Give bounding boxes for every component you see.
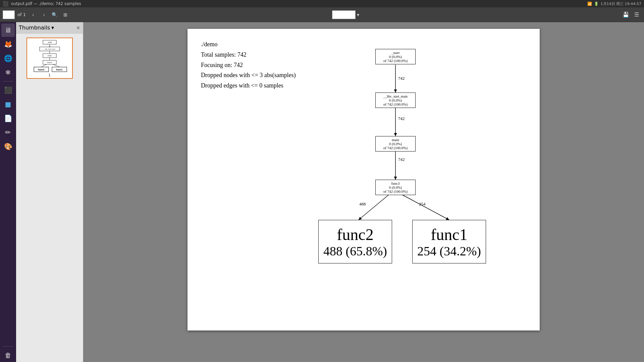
dock-rednotebook-icon[interactable]: 📄 (1, 112, 15, 125)
sidebar-title: Thumbnails (19, 24, 50, 31)
edge-label-4-left: 488 (359, 201, 366, 207)
node-start: _start 0 (0.0%) of 742 (100.0%) (375, 49, 416, 64)
menu-button[interactable]: ☰ (632, 10, 641, 19)
svg-line-21 (402, 195, 449, 220)
node-start-line2: of 742 (100.0%) (383, 59, 408, 63)
node-libc-line1: 0 (0.0%) (389, 98, 402, 102)
sidebar-header: Thumbnails ▾ ✕ (16, 22, 83, 34)
svg-text:func2: func2 (38, 68, 44, 71)
flowchart: _start 0 (0.0%) of 742 (100.0%) 742 __li… (315, 49, 516, 324)
dock-editor-icon[interactable]: ✏ (1, 126, 15, 139)
edge-label-1: 742 (398, 76, 405, 81)
prev-page-button[interactable]: ‹ (29, 10, 38, 19)
thumbnail-page-label: 1 (28, 73, 71, 77)
edge-label-4-right: 254 (419, 201, 426, 207)
node-func2-name: func2 (337, 225, 373, 244)
node-libc-line2: of 742 (100.0%) (383, 102, 408, 106)
zoom-out-button[interactable]: 🔍 (50, 10, 59, 19)
save-button[interactable]: 💾 (621, 10, 631, 19)
node-func3: func3 0 (0.0%) of 742 (100.0%) (375, 180, 416, 195)
dock-chromium-icon[interactable]: 🌐 (1, 52, 15, 65)
svg-text:func1: func1 (56, 68, 62, 71)
thumbnail-area: _start __libc_start_main main func3 (16, 34, 83, 83)
thumbnail-button[interactable]: ⊞ (61, 10, 70, 19)
node-start-name: _start (391, 51, 399, 55)
dock-separator-1 (3, 81, 13, 81)
svg-line-12 (53, 64, 60, 67)
dock-files-icon[interactable]: 🖥 (1, 23, 15, 37)
sidebar-close-button[interactable]: ✕ (76, 25, 80, 31)
node-func1-sub: 254 (34.2%) (417, 244, 481, 258)
battery-icon: 🔋 (594, 2, 599, 6)
page-number-input[interactable]: 1 (3, 10, 15, 19)
node-start-line1: 0 (0.0%) (389, 55, 402, 59)
svg-text:main: main (47, 55, 52, 57)
pdf-path: ./demo (201, 40, 526, 49)
svg-line-11 (41, 64, 46, 67)
edge-label-2: 742 (398, 116, 405, 121)
sidebar-dropdown-icon: ▾ (51, 24, 54, 31)
sidebar-dropdown[interactable]: Thumbnails ▾ (19, 24, 54, 31)
node-func3-line2: of 742 (100.0%) (383, 189, 408, 193)
node-main-line2: of 742 (100.0%) (383, 146, 408, 150)
window-title: output.pdf — ./demo; 742 samples (11, 1, 81, 6)
chart-svg (315, 49, 516, 324)
dock-vscode-icon[interactable]: ■ (1, 98, 15, 111)
sidebar: Thumbnails ▾ ✕ _start __libc_start_main (16, 22, 83, 362)
page-of-label: of 1 (17, 12, 26, 17)
dock-graphics-icon[interactable]: 🎨 (1, 140, 15, 153)
dock-separator-2 (3, 346, 13, 347)
pdf-page: ./demo Total samples: 742 Focusing on: 7… (187, 29, 540, 330)
titlebar-right: 📶 🔋 1月14日 周三 19:44:57 (587, 1, 641, 6)
svg-text:_start: _start (47, 41, 52, 44)
thumbnail-svg: _start __libc_start_main main func3 (28, 39, 71, 72)
node-func2-sub: 488 (65.8%) (323, 244, 387, 258)
dock-trash-icon[interactable]: 🗑 (1, 349, 15, 362)
node-main-line1: 0 (0.0%) (389, 142, 402, 146)
application-dock: 🖥 🦊 🌐 ❄ ⬛ ■ 📄 ✏ 🎨 🗑 (0, 22, 16, 362)
node-func1-name: func1 (431, 225, 467, 244)
svg-text:func3: func3 (47, 61, 52, 63)
zoom-input[interactable]: 179.949 % (332, 10, 356, 19)
app-icon: ⬛ (3, 1, 8, 6)
node-libc-name: __libc_start_main (383, 95, 408, 98)
toolbar: 1 of 1 ‹ › 🔍 ⊞ 179.949 % ▾ 💾 ☰ (0, 7, 644, 22)
node-func3-line1: 0 (0.0%) (389, 185, 402, 189)
thumbnail-canvas: _start __libc_start_main main func3 (28, 39, 71, 72)
titlebar-left: ⬛ output.pdf — ./demo; 742 samples (3, 1, 81, 6)
svg-line-20 (359, 195, 389, 220)
node-func1: func1 254 (34.2%) (412, 220, 486, 263)
titlebar: ⬛ output.pdf — ./demo; 742 samples 📶 🔋 1… (0, 0, 644, 7)
dock-system-icon[interactable]: ❄ (1, 66, 15, 79)
node-func3-name: func3 (391, 181, 399, 185)
content-area[interactable]: ./demo Total samples: 742 Focusing on: 7… (83, 22, 644, 362)
network-icon: 📶 (587, 2, 592, 6)
next-page-button[interactable]: › (39, 10, 49, 19)
thumbnail-page-1[interactable]: _start __libc_start_main main func3 (26, 38, 73, 79)
node-main-name: main (392, 138, 399, 142)
dock-firefox-icon[interactable]: 🦊 (1, 38, 15, 51)
datetime: 1月14日 周三 19:44:57 (601, 1, 641, 6)
zoom-dropdown-icon[interactable]: ▾ (357, 12, 359, 17)
node-main: main 0 (0.0%) of 742 (100.0%) (375, 136, 416, 152)
svg-text:__libc_start_main: __libc_start_main (43, 48, 55, 50)
main-layout: 🖥 🦊 🌐 ❄ ⬛ ■ 📄 ✏ 🎨 🗑 Thumbnails ▾ ✕ (0, 22, 644, 362)
node-libc: __libc_start_main 0 (0.0%) of 742 (100.0… (375, 93, 416, 108)
dock-terminal-icon[interactable]: ⬛ (1, 83, 15, 97)
node-func2: func2 488 (65.8%) (318, 220, 392, 263)
edge-label-3: 742 (398, 157, 405, 162)
